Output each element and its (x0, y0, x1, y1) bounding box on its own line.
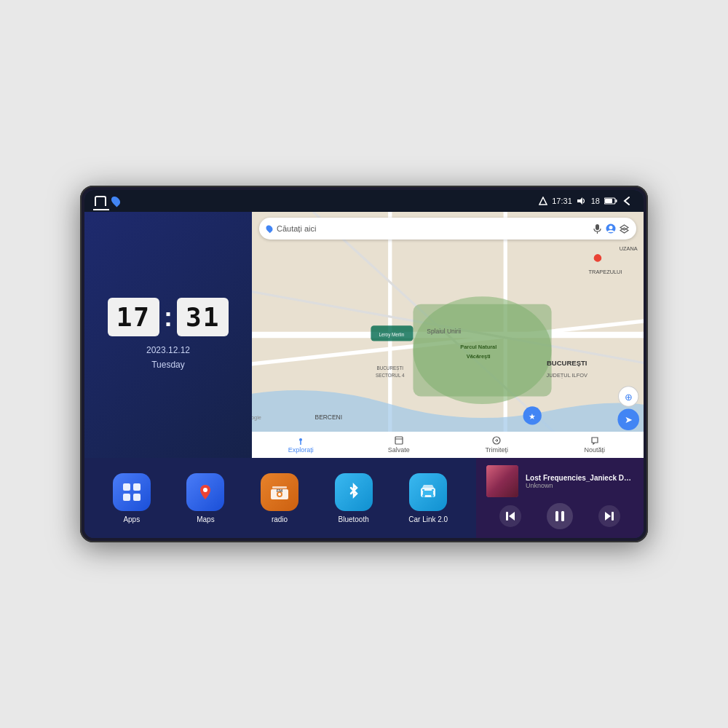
svg-rect-46 (133, 494, 141, 501)
battery-icon (604, 197, 617, 205)
bluetooth-label: Bluetooth (338, 515, 368, 523)
home-icon[interactable] (95, 196, 106, 206)
music-player: Lost Frequencies_Janieck Devy-... Unknow… (476, 458, 644, 538)
account-icon[interactable] (606, 223, 616, 234)
apps-label: Apps (123, 515, 140, 523)
carlink-icon (409, 473, 447, 511)
svg-marker-1 (577, 197, 582, 205)
svg-point-33 (594, 254, 602, 262)
svg-point-56 (422, 494, 425, 497)
map-nav-explore[interactable]: Explorați (252, 436, 350, 454)
music-info: Lost Frequencies_Janieck Devy-... Unknow… (526, 474, 633, 489)
svg-rect-61 (506, 512, 508, 521)
svg-rect-55 (423, 491, 433, 495)
map-nav-send[interactable]: Trimiteți (448, 436, 546, 454)
svg-point-40 (299, 438, 302, 441)
signal-icon (539, 197, 547, 205)
status-time: 17:31 (552, 197, 572, 205)
search-input[interactable]: Căutați aici (277, 224, 588, 233)
bluetooth-icon (335, 473, 373, 511)
radio-label: radio (272, 515, 288, 523)
map-panel[interactable]: Splaiul Unirii BUCUREȘTI JUDEȚUL ILFOV B… (252, 212, 644, 458)
svg-rect-3 (616, 199, 617, 202)
svg-text:SECTORUL 4: SECTORUL 4 (376, 373, 405, 378)
svg-rect-45 (123, 494, 130, 501)
bottom-row: Apps Maps (84, 458, 644, 538)
next-button[interactable] (598, 505, 620, 527)
svg-text:JUDEȚUL ILFOV: JUDEȚUL ILFOV (547, 372, 587, 379)
apps-icon (113, 473, 151, 511)
prev-button[interactable] (499, 505, 521, 527)
svg-text:Leroy Merlin: Leroy Merlin (379, 332, 404, 338)
radio-icon: FM (261, 473, 298, 511)
svg-text:UZANA: UZANA (620, 245, 638, 252)
svg-text:BERCENI: BERCENI (315, 414, 343, 421)
top-row: 17 : 31 2023.12.12 Tuesday (84, 212, 644, 458)
svg-text:FM: FM (277, 488, 283, 493)
clock-display: 17 : 31 (108, 298, 229, 336)
music-controls (486, 503, 633, 529)
svg-marker-60 (509, 512, 515, 521)
search-icons (593, 223, 629, 234)
album-art-image (486, 465, 518, 497)
volume-icon (577, 197, 587, 205)
map-search-bar[interactable]: Căutați aici (259, 218, 636, 240)
svg-text:⊕: ⊕ (625, 392, 633, 403)
svg-text:BUCUREȘTI: BUCUREȘTI (547, 359, 587, 367)
map-background: Splaiul Unirii BUCUREȘTI JUDEȚUL ILFOV B… (252, 212, 644, 458)
svg-point-48 (203, 488, 207, 492)
app-item-maps[interactable]: Maps (186, 473, 224, 523)
map-nav-saved[interactable]: Salvate (350, 436, 448, 454)
app-item-bluetooth[interactable]: Bluetooth (335, 473, 373, 523)
clock-colon: : (164, 302, 173, 333)
carlink-label: Car Link 2.0 (408, 515, 448, 523)
svg-rect-43 (123, 483, 130, 491)
svg-text:TRAPEZULUI: TRAPEZULUI (589, 269, 622, 275)
clock-date: 2023.12.12 Tuesday (146, 344, 190, 371)
svg-rect-65 (612, 512, 614, 521)
device-shell: 17:31 18 (80, 186, 648, 542)
svg-marker-64 (605, 512, 611, 521)
map-bottom-nav: Explorați Salvate Trimiteți Noutăți (252, 432, 644, 458)
status-bar: 17:31 18 (84, 190, 644, 212)
svg-text:Parcul Natural: Parcul Natural (460, 344, 496, 350)
svg-rect-13 (413, 304, 551, 397)
music-artist: Unknown (526, 482, 633, 489)
svg-point-57 (431, 494, 434, 497)
back-arrow-icon[interactable] (622, 196, 633, 206)
layers-icon[interactable] (620, 224, 629, 234)
svg-point-37 (609, 226, 613, 229)
album-art (486, 465, 518, 497)
clock-minute: 31 (177, 298, 229, 336)
screen: 17:31 18 (84, 190, 644, 538)
mic-icon[interactable] (593, 224, 602, 234)
play-pause-button[interactable] (547, 503, 573, 529)
maps-label: Maps (197, 515, 214, 523)
svg-rect-58 (422, 489, 424, 491)
svg-rect-34 (596, 224, 599, 230)
clock-hour: 17 (108, 298, 159, 336)
music-top: Lost Frequencies_Janieck Devy-... Unknow… (486, 465, 633, 497)
clock-panel: 17 : 31 2023.12.12 Tuesday (84, 212, 252, 458)
svg-marker-0 (539, 197, 547, 205)
app-item-radio[interactable]: FM radio (261, 473, 298, 523)
battery-value: 18 (591, 197, 600, 205)
status-left (95, 196, 119, 206)
svg-point-51 (278, 493, 281, 496)
svg-rect-4 (605, 199, 612, 203)
map-nav-news[interactable]: Noutăți (546, 436, 644, 454)
maps-pin-icon[interactable] (110, 195, 122, 207)
svg-rect-41 (395, 437, 403, 444)
apps-bar: Apps Maps (84, 458, 476, 538)
svg-rect-62 (555, 511, 558, 521)
svg-text:Văcărești: Văcărești (467, 353, 491, 360)
maps-icon (186, 473, 224, 511)
svg-text:Google: Google (252, 414, 261, 421)
svg-rect-59 (432, 489, 434, 491)
svg-text:BUCUREȘTI: BUCUREȘTI (376, 365, 403, 371)
app-item-apps[interactable]: Apps (113, 473, 151, 523)
svg-text:Splaiul Unirii: Splaiul Unirii (427, 328, 461, 335)
app-item-carlink[interactable]: Car Link 2.0 (408, 473, 448, 523)
svg-text:➤: ➤ (625, 415, 633, 425)
main-content: 17 : 31 2023.12.12 Tuesday (84, 212, 644, 538)
